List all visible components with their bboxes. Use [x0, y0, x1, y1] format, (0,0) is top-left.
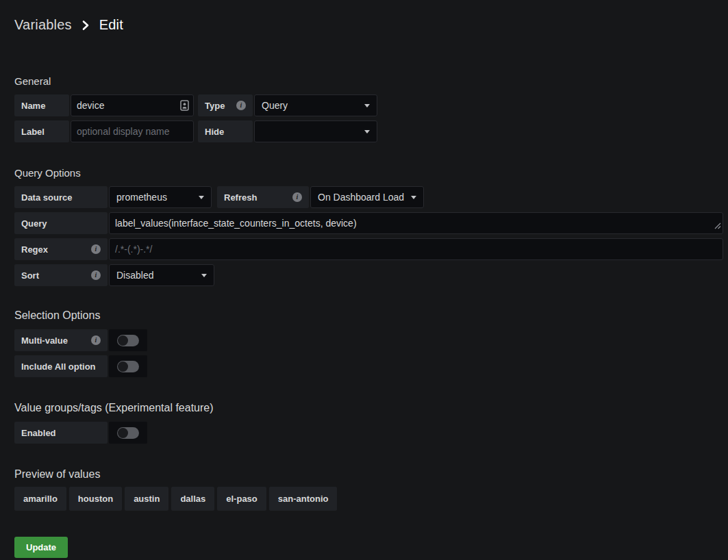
section-title-selection-options: Selection Options [14, 309, 728, 322]
multi-value-row: Multi-value i [14, 329, 728, 351]
data-source-row: Data source prometheus Refresh i On Dash… [14, 186, 728, 208]
include-all-toggle[interactable] [109, 355, 147, 377]
data-source-select-value: prometheus [116, 192, 167, 203]
preview-value-tag: austin [125, 487, 168, 511]
hide-select[interactable] [254, 120, 377, 142]
type-select[interactable]: Query [254, 94, 377, 116]
multi-value-field-label: Multi-value i [14, 329, 108, 351]
section-title-preview: Preview of values [14, 468, 728, 481]
general-row-1: Name Type i Query [14, 94, 728, 116]
sort-select-value: Disabled [116, 270, 153, 281]
multi-value-toggle[interactable] [109, 329, 147, 351]
preview-value-tag: el-paso [217, 487, 266, 511]
data-source-field-label: Data source [14, 186, 108, 208]
preview-value-tag: houston [69, 487, 122, 511]
regex-row: Regex i [14, 238, 728, 260]
password-autofill-icon[interactable] [180, 100, 189, 114]
regex-input[interactable] [109, 238, 723, 260]
chevron-down-icon [199, 196, 204, 199]
toggle-knob [118, 428, 128, 438]
info-icon: i [292, 192, 302, 202]
chevron-down-icon [364, 104, 370, 107]
label-input-wrap [71, 120, 194, 142]
query-textarea-wrap: label_values(interface_state_counters_in… [109, 212, 723, 234]
section-title-value-groups: Value groups/tags (Experimental feature) [14, 402, 728, 414]
name-field-label: Name [14, 94, 69, 116]
sort-field-label: Sort i [14, 264, 108, 286]
section-title-general: General [14, 75, 728, 87]
data-source-select[interactable]: prometheus [109, 186, 212, 208]
chevron-down-icon [201, 274, 207, 277]
section-title-query-options: Query Options [14, 167, 728, 179]
query-row: Query label_values(interface_state_count… [14, 212, 728, 234]
toggle-knob [118, 335, 128, 346]
preview-value-tag: san-antonio [269, 487, 338, 511]
type-field-label: Type i [198, 94, 253, 116]
general-row-2: Label Hide [14, 120, 728, 142]
sort-select[interactable]: Disabled [109, 264, 214, 286]
query-field-label: Query [14, 212, 108, 234]
info-icon: i [91, 244, 101, 254]
sort-row: Sort i Disabled [14, 264, 728, 286]
enabled-row: Enabled [14, 422, 728, 444]
refresh-field-label: Refresh i [217, 186, 309, 208]
refresh-select[interactable]: On Dashboard Load [310, 186, 424, 208]
preview-value-tag: amarillo [14, 487, 66, 511]
label-input[interactable] [71, 120, 194, 142]
chevron-right-icon [80, 20, 91, 31]
toggle-track [117, 335, 139, 346]
preview-values: amarillo houston austin dallas el-paso s… [14, 487, 728, 511]
include-all-row: Include All option [14, 355, 728, 377]
name-input-wrap [71, 94, 194, 116]
chevron-down-icon [364, 130, 370, 133]
enabled-field-label: Enabled [14, 422, 108, 444]
info-icon: i [91, 270, 101, 280]
refresh-select-value: On Dashboard Load [318, 192, 404, 203]
toggle-knob [118, 361, 128, 372]
label-field-label: Label [14, 120, 69, 142]
info-icon: i [91, 335, 101, 345]
query-textarea[interactable]: label_values(interface_state_counters_in… [110, 213, 723, 233]
toggle-track [117, 361, 139, 372]
type-select-value: Query [262, 100, 288, 111]
breadcrumb-variables[interactable]: Variables [14, 17, 72, 33]
breadcrumb: Variables Edit [14, 15, 728, 34]
include-all-field-label: Include All option [14, 355, 108, 377]
regex-field-label: Regex i [14, 238, 108, 260]
preview-value-tag: dallas [171, 487, 214, 511]
breadcrumb-edit: Edit [99, 17, 123, 33]
info-icon: i [236, 101, 246, 110]
name-input[interactable] [71, 94, 194, 116]
enabled-toggle[interactable] [109, 422, 147, 444]
toggle-track [117, 427, 139, 439]
chevron-down-icon [411, 196, 416, 199]
update-button[interactable]: Update [14, 537, 68, 558]
hide-field-label: Hide [198, 120, 253, 142]
